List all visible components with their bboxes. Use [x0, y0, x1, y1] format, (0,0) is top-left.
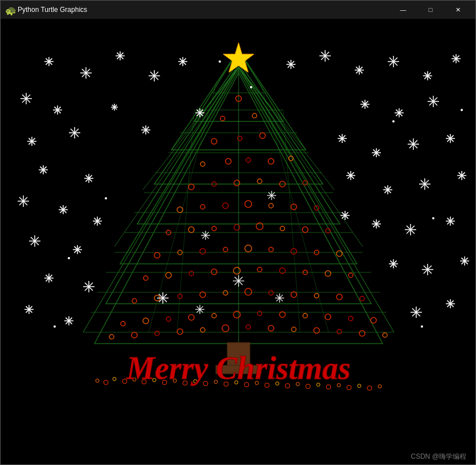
- svg-point-352: [219, 60, 221, 63]
- svg-point-354: [105, 197, 107, 199]
- app-icon: 🐢: [5, 5, 14, 14]
- close-button[interactable]: ✕: [445, 1, 471, 19]
- svg-point-356: [461, 109, 463, 111]
- window-title: Python Turtle Graphics: [18, 6, 87, 14]
- titlebar-left: 🐢 Python Turtle Graphics: [5, 5, 87, 14]
- titlebar: 🐢 Python Turtle Graphics — □ ✕: [1, 1, 475, 19]
- merry-christmas-text: Merry Christmas: [126, 350, 351, 386]
- svg-point-353: [250, 86, 252, 88]
- svg-point-358: [68, 257, 70, 259]
- scene-svg: Merry Christmas CSDN @嗨学编程: [1, 19, 476, 465]
- svg-point-360: [421, 325, 423, 328]
- minimize-button[interactable]: —: [390, 1, 416, 19]
- svg-point-357: [432, 217, 434, 219]
- watermark-text: CSDN @嗨学编程: [411, 452, 466, 460]
- main-window: 🐢 Python Turtle Graphics — □ ✕: [0, 0, 476, 465]
- maximize-button[interactable]: □: [417, 1, 444, 19]
- svg-point-355: [392, 120, 395, 123]
- canvas-area: Merry Christmas CSDN @嗨学编程: [1, 19, 476, 465]
- svg-point-359: [54, 325, 56, 328]
- titlebar-buttons: — □ ✕: [390, 1, 471, 19]
